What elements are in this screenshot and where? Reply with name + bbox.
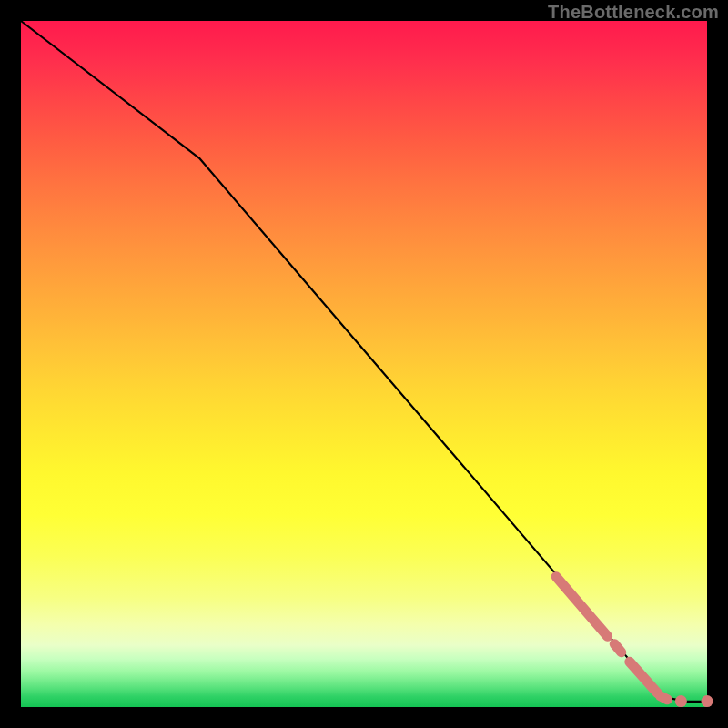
plot-area xyxy=(21,21,707,707)
chart-stage: TheBottleneck.com xyxy=(0,0,728,728)
attribution-text: TheBottleneck.com xyxy=(548,2,719,23)
